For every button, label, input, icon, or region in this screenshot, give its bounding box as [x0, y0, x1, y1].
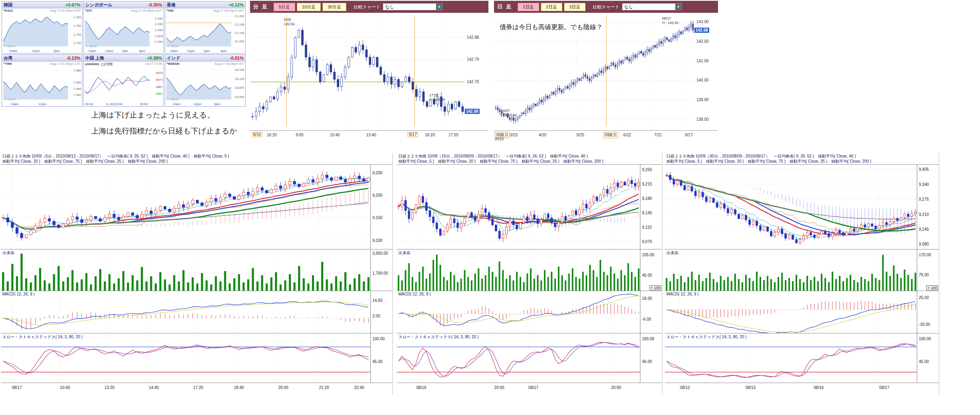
- market-name: 韓国: [4, 2, 12, 8]
- volume-section: 出来高 170.0075.00× 100: [665, 249, 939, 291]
- y-axis-label: 143.00: [696, 20, 709, 24]
- y-axis-label: 2.00: [372, 314, 380, 318]
- x-tick-label: 12pm: [187, 49, 195, 53]
- y-axis-label: 138.00: [696, 117, 709, 122]
- x-tick-label: 3/23: [510, 133, 517, 137]
- ticker-symbol: ^KS11: [3, 9, 13, 12]
- timeframe-group-label: 日 足: [497, 3, 513, 10]
- futures-panel-15min[interactable]: 日経２２５先物 10/09（15分，2010/08/09 - 2010/08/1…: [397, 153, 662, 395]
- compare-chart-value: なし: [624, 4, 634, 10]
- minute-candlestick-chart[interactable]: 142.88142.79142.70142.589:05142.9117:55L…: [250, 13, 488, 141]
- y-axis-label: 3,650.00: [372, 251, 388, 255]
- minute-tab-5min[interactable]: 5分足: [274, 3, 295, 11]
- minute-tab-30min[interactable]: 30分足: [322, 3, 346, 11]
- mini-chart-taiwan[interactable]: 台湾-0.13%^TWIIAug 17 01:25pm CST7,9807,96…: [2, 54, 82, 107]
- y-axis-label: 9,405: [919, 167, 929, 172]
- y-tick-label: 2,925: [155, 34, 163, 38]
- compare-chart-select[interactable]: なし ▼: [383, 3, 443, 10]
- y-axis-label: 170.00: [919, 253, 931, 257]
- x-tick-label: 21:20: [319, 385, 329, 390]
- mini-chart-shanghai[interactable]: 中国 上海+0.38%sh000001 上証指数00:17 15:0026792…: [83, 54, 164, 107]
- macd-section: MACD( 12, 26, 9 ) 14.502.00: [1, 291, 392, 333]
- trading-dashboard: 韓国+0.67%^KS11Aug 17 02:35pm KST1,7601,75…: [0, 0, 980, 415]
- stochastics-plot: [1, 333, 371, 383]
- y-axis-label: 9,340: [919, 182, 929, 187]
- daily-tab-2day[interactable]: 2日足: [541, 3, 562, 11]
- y-axis-label: 9,110: [642, 225, 652, 229]
- x-tick-label: 18:40: [234, 385, 244, 390]
- macd-section: MACD( 12, 26, 9 ) 18.00-6.00: [397, 291, 662, 333]
- change-percent: +0.38%: [147, 56, 162, 60]
- copyright-label: © Yahoo!: [167, 98, 179, 101]
- y-axis-label: 14.50: [372, 298, 382, 303]
- macd-plot: [1, 291, 371, 333]
- y-axis-label: 45.00: [372, 359, 382, 364]
- x-tick-label: 11:30/13:00: [106, 102, 122, 106]
- y-axis-label: 9,180: [642, 196, 652, 201]
- copyright-label: © Yahoo!: [167, 45, 179, 48]
- y-axis-label: 45.00: [642, 359, 652, 364]
- y-tick-label: 21,050: [235, 40, 244, 43]
- ticker-symbol: sh000001: [85, 62, 99, 66]
- y-axis-label: 141.00: [696, 59, 709, 63]
- x-tick-label: 09:30: [85, 102, 93, 106]
- stochastics-section: スロー・ストキャスティクス( 14, 3, 80, 20 ) 100.0045.…: [1, 333, 392, 383]
- daily-candlestick-chart[interactable]: 債券は今日も高値更新。でも陰線？ 143.00142.00141.00140.0…: [494, 13, 718, 141]
- market-name: 中国 上海: [85, 55, 104, 61]
- x-tick-label: 2010: [495, 137, 504, 141]
- y-axis-label: 142.00: [696, 39, 709, 44]
- mini-chart-hongkong[interactable]: 香港+0.12%^HSIAug 17 04:04pm HKT21,20021,1…: [165, 1, 246, 54]
- ticker-symbol: ^STI: [85, 9, 92, 12]
- y-axis-label: 25.00: [919, 295, 929, 300]
- futures-panel-30min[interactable]: 日経２２５先物 10/09（30分，2010/08/09 - 2010/08/1…: [665, 153, 939, 395]
- y-axis-label: 142.79: [467, 57, 479, 62]
- daily-tab-1day[interactable]: 1日足: [518, 3, 539, 11]
- price-section: 9,2509,2009,1509,100: [1, 164, 392, 249]
- y-axis-label: 100.00: [919, 337, 931, 341]
- minute-tab-10min[interactable]: 10分足: [297, 3, 321, 11]
- y-tick-label: 18,000: [235, 95, 244, 99]
- macd-plot: [665, 291, 917, 333]
- mini-chart-korea[interactable]: 韓国+0.67%^KS11Aug 17 02:35pm KST1,7601,75…: [2, 1, 82, 54]
- chart-title: 日経２２５先物 10/09（15分，2010/08/09 - 2010/08/1…: [397, 153, 662, 164]
- x-tick-label: 08/16: [814, 385, 824, 390]
- y-tick-label: 7,980: [73, 69, 81, 72]
- chevron-down-icon: ▼: [675, 4, 682, 10]
- x-tick-label: 17:55: [448, 133, 458, 137]
- chevron-down-icon: ▼: [436, 4, 442, 10]
- daily-tab-3day[interactable]: 3日足: [564, 3, 586, 11]
- mini-line-chart: [166, 67, 232, 100]
- y-axis-label: 140.00: [696, 78, 709, 82]
- x-tick-label: 08/16: [416, 385, 426, 390]
- period-label: 8/16: [252, 132, 262, 137]
- x-tick-label: 16:20: [425, 133, 435, 137]
- x-tick-label: 12pm: [38, 102, 46, 106]
- x-tick-label: 12pm: [32, 49, 40, 53]
- mini-chart-singapore[interactable]: シンガポール-0.35%^STIAug 17 04:35pm SGT2,9402…: [83, 1, 164, 54]
- y-tick-label: 2661: [156, 92, 163, 96]
- y-tick-label: 1,760: [73, 16, 81, 19]
- x-tick-label: 08/12: [680, 385, 690, 390]
- quote-time: Aug 17 04:04pm HKT: [213, 9, 244, 12]
- copyright-label: © Yahoo!: [4, 45, 16, 48]
- market-name: インド: [167, 55, 180, 61]
- period-label: 8/17: [408, 132, 418, 137]
- compare-chart-select[interactable]: なし ▼: [622, 3, 682, 10]
- daily-chart-toolbar: 日 足 1日足2日足3日足 比較チャート なし ▼: [494, 1, 718, 13]
- y-tick-label: 18,050: [235, 86, 244, 90]
- y-axis-label: 139.00: [696, 98, 709, 102]
- x-tick-label: 15:00: [140, 102, 148, 106]
- y-axis-label: 9,215: [642, 182, 652, 186]
- macd-plot: [397, 291, 640, 333]
- x-tick-label: 5/25: [576, 133, 584, 137]
- index-name: 上証指数: [99, 62, 113, 66]
- y-tick-label: 2,940: [155, 17, 163, 20]
- y-tick-label: 7,940: [73, 93, 81, 97]
- change-percent: -0.01%: [230, 56, 244, 60]
- mini-chart-india[interactable]: インド-0.01%^BSESNAug 17 03:28pm IST18,1501…: [165, 54, 246, 107]
- futures-panel-5min[interactable]: 日経２２５先物 10/09（5分，2010/08/12 - 2010/08/17…: [1, 153, 393, 395]
- x-tick-label: 20:00: [278, 385, 288, 390]
- y-tick-label: 2667: [156, 85, 163, 89]
- mini-charts-grid: 韓国+0.67%^KS11Aug 17 02:35pm KST1,7601,75…: [2, 1, 248, 107]
- x-tick-label: 14:40: [149, 385, 159, 390]
